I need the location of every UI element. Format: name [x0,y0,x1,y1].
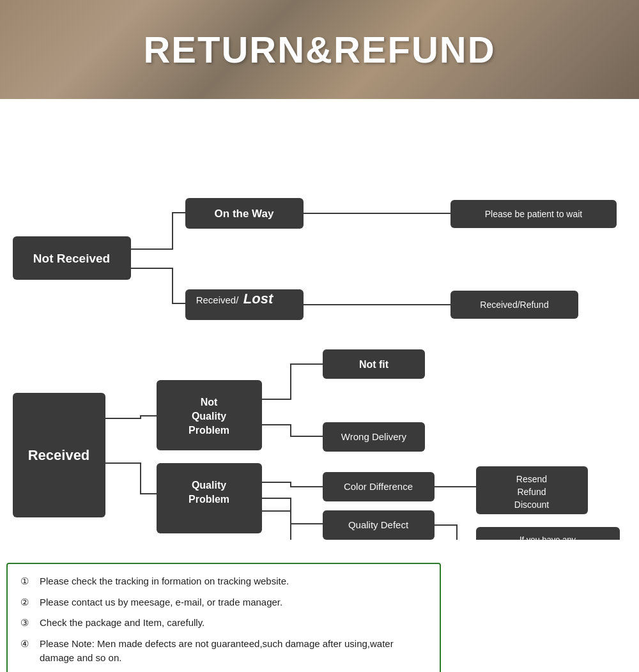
line-nqp-wrong [262,425,323,436]
not-received-label: Not Received [33,252,110,265]
line-received-qp [105,463,157,494]
note-num-3: ③ [20,616,35,630]
received-refund-label: Received/Refund [480,300,548,310]
notes-box: ① Please check the tracking in formation… [6,563,441,672]
line-qualdefect-ifyou [435,525,476,540]
nqp-label3: Problem [189,425,229,436]
refund-label: Refund [517,487,546,497]
line-not-received-on-the-way [131,213,185,249]
on-the-way-label: On the Way [215,208,274,220]
note-item-1: ① Please check the tracking in formation… [20,574,427,589]
line-qp-damage [262,511,323,540]
line-qp-colordiff [262,482,323,487]
note-text-1: Please check the tracking in formation o… [40,574,289,589]
note-item-2: ② Please contact us by meesage, e-mail, … [20,595,427,610]
color-difference-label: Color Difference [344,481,413,492]
page-title: RETURN&REFUND [143,28,495,71]
flow-diagram: .n { fill: #3a3a3a; rx: 6; } .ntext { fi… [10,105,636,540]
note-num-2: ② [20,595,35,610]
note-num-1: ① [20,574,35,589]
qp-label1: Quality [192,480,226,491]
note-text-4: Please Note: Men made defects are not gu… [40,637,427,666]
diagram-container: .n { fill: #3a3a3a; rx: 6; } .ntext { fi… [0,99,633,549]
header: RETURN&REFUND [0,0,639,99]
note-item-3: ③ Check the package and Item, carefully. [20,616,427,630]
not-fit-label: Not fit [359,359,389,370]
note-text-3: Check the package and Item, carefully. [40,616,204,630]
qp-label2: Problem [189,494,229,505]
if-you-label1: If you have any [520,535,576,540]
wrong-delivery-label: Wrong Delivery [341,431,407,442]
line-received-nqp [105,416,157,418]
line-nqp-notfit [262,364,323,399]
resend-label: Resend [516,474,547,484]
received-lost-label1: Received/ [196,294,240,305]
discount-label: Discount [514,500,550,510]
note-text-2: Please contact us by meesage, e-mail, or… [40,595,282,610]
nqp-label2: Quality [192,411,226,422]
please-patient-label: Please be patient to wait [485,209,583,219]
received-label: Received [28,447,90,463]
note-item-4: ④ Please Note: Men made defects are not … [20,637,427,666]
quality-defect-label: Quality Defect [348,519,409,530]
note-num-4: ④ [20,637,35,652]
received-lost-label2: Lost [243,291,274,307]
nqp-label1: Not [201,397,218,408]
line-not-received-lost [131,268,185,303]
